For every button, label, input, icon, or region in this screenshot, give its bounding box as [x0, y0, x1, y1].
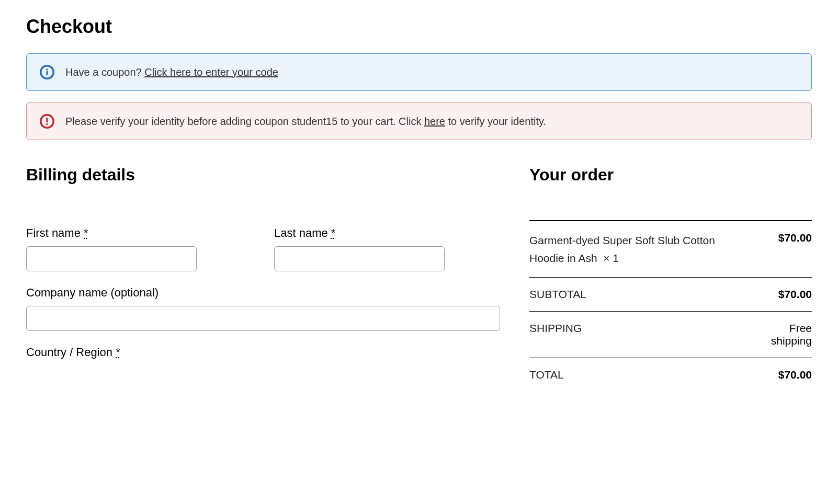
verify-error-notice: Please verify your identity before addin…	[26, 102, 812, 140]
coupon-notice: Have a coupon? Click here to enter your …	[26, 53, 812, 91]
order-subtotal-row: SUBTOTAL $70.00	[529, 278, 812, 312]
company-field-wrapper: Company name (optional)	[26, 286, 500, 331]
order-shipping-row: SHIPPING Free shipping	[529, 312, 812, 358]
billing-details-section: Billing details First name * Last name *…	[26, 165, 500, 392]
order-heading: Your order	[529, 165, 812, 185]
total-label: TOTAL	[529, 358, 752, 392]
last-name-label: Last name *	[274, 226, 500, 240]
shipping-value: Free shipping	[752, 312, 812, 358]
subtotal-value: $70.00	[752, 278, 812, 312]
verify-identity-link[interactable]: here	[424, 116, 445, 127]
required-indicator: *	[116, 346, 120, 359]
company-label: Company name (optional)	[26, 286, 500, 300]
coupon-notice-text: Have a coupon? Click here to enter your …	[65, 66, 278, 78]
first-name-input[interactable]	[26, 246, 197, 271]
country-label: Country / Region *	[26, 346, 500, 359]
required-indicator: *	[331, 226, 336, 239]
shipping-label: SHIPPING	[529, 312, 752, 358]
verify-error-text: Please verify your identity before addin…	[65, 116, 546, 128]
product-quantity: × 1	[603, 252, 619, 264]
svg-rect-6	[46, 118, 48, 122]
order-line-item: Garment-dyed Super Soft Slub Cotton Hood…	[529, 221, 812, 278]
your-order-section: Your order Garment-dyed Super Soft Slub …	[529, 165, 812, 392]
error-icon	[39, 113, 55, 129]
svg-rect-3	[46, 71, 48, 75]
last-name-field-wrapper: Last name *	[274, 226, 500, 271]
order-total-row: TOTAL $70.00	[529, 358, 812, 392]
product-price: $70.00	[752, 221, 812, 278]
svg-point-2	[46, 68, 48, 71]
company-input[interactable]	[26, 306, 500, 331]
product-name: Garment-dyed Super Soft Slub Cotton Hood…	[529, 234, 715, 264]
subtotal-label: SUBTOTAL	[529, 278, 752, 312]
last-name-input[interactable]	[274, 246, 445, 271]
order-summary-table: Garment-dyed Super Soft Slub Cotton Hood…	[529, 220, 812, 392]
country-field-wrapper: Country / Region *	[26, 346, 500, 365]
billing-heading: Billing details	[26, 165, 500, 185]
svg-point-7	[46, 123, 48, 125]
required-indicator: *	[84, 226, 88, 239]
first-name-label: First name *	[26, 226, 252, 240]
coupon-toggle-link[interactable]: Click here to enter your code	[144, 66, 278, 78]
page-title: Checkout	[26, 16, 812, 38]
total-value: $70.00	[752, 358, 812, 392]
first-name-field-wrapper: First name *	[26, 226, 252, 271]
info-icon	[39, 64, 55, 80]
